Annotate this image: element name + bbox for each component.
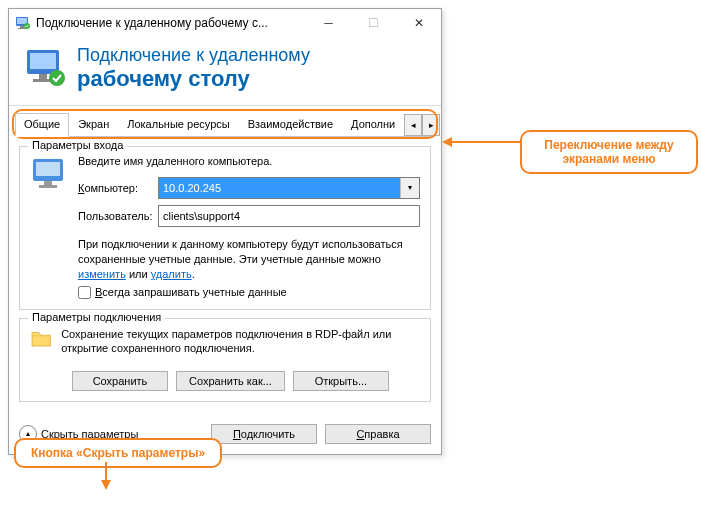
svg-marker-17	[101, 480, 111, 490]
callout-tabs: Переключение между экранами меню	[520, 130, 698, 174]
svg-rect-12	[44, 181, 52, 185]
app-icon	[15, 15, 31, 31]
rdp-icon	[23, 46, 67, 90]
user-input[interactable]	[158, 205, 420, 227]
titlebar: Подключение к удаленному рабочему с... ─…	[9, 9, 441, 37]
svg-rect-6	[30, 53, 56, 69]
titlebar-text: Подключение к удаленному рабочему с...	[36, 16, 306, 30]
connect-button[interactable]: Подключить	[211, 424, 317, 444]
help-button[interactable]: Справка	[325, 424, 431, 444]
header-line2: рабочему столу	[77, 66, 310, 91]
save-as-button[interactable]: Сохранить как...	[176, 371, 285, 391]
logon-group: Параметры входа Введите имя удаленного к…	[19, 146, 431, 310]
rdp-window: Подключение к удаленному рабочему с... ─…	[8, 8, 442, 455]
tab-content: Параметры входа Введите имя удаленного к…	[9, 137, 441, 418]
always-ask-label: Всегда запрашивать учетные данные	[95, 286, 287, 298]
always-ask-checkbox-row[interactable]: Всегда запрашивать учетные данные	[78, 286, 420, 299]
tab-advanced[interactable]: Дополни	[342, 113, 404, 137]
open-button[interactable]: Открыть...	[293, 371, 389, 391]
tab-experience[interactable]: Взаимодействие	[239, 113, 342, 137]
tabs-row: Общие Экран Локальные ресурсы Взаимодейс…	[15, 112, 435, 137]
callout-hide: Кнопка «Скрыть параметры»	[14, 438, 222, 468]
tab-display[interactable]: Экран	[69, 113, 118, 137]
tabs-scroll-right[interactable]: ▸	[422, 114, 440, 136]
edit-creds-link[interactable]: изменить	[78, 268, 126, 280]
connection-text: Сохранение текущих параметров подключени…	[61, 327, 420, 357]
tab-general[interactable]: Общие	[15, 113, 69, 137]
svg-rect-1	[17, 18, 27, 24]
header-line1: Подключение к удаленному	[77, 45, 310, 66]
logon-group-title: Параметры входа	[28, 139, 127, 151]
computer-input[interactable]	[159, 178, 400, 198]
connection-group: Параметры подключения Сохранение текущих…	[19, 318, 431, 402]
saved-creds-text: При подключении к данному компьютеру буд…	[78, 237, 420, 282]
svg-point-9	[49, 70, 65, 86]
logon-intro: Введите имя удаленного компьютера.	[78, 155, 420, 167]
svg-rect-11	[36, 162, 60, 176]
header-banner: Подключение к удаленному рабочему столу	[9, 37, 441, 106]
svg-rect-13	[39, 185, 57, 188]
computer-dropdown-button[interactable]: ▾	[400, 178, 419, 198]
computer-combo[interactable]: ▾	[158, 177, 420, 199]
svg-rect-2	[20, 26, 24, 28]
svg-rect-7	[39, 74, 47, 79]
arrow-icon	[442, 132, 522, 152]
maximize-button[interactable]: ☐	[351, 9, 396, 37]
close-button[interactable]: ✕	[396, 9, 441, 37]
user-label: Пользователь:	[78, 210, 158, 222]
svg-marker-15	[442, 137, 452, 147]
monitor-icon	[30, 155, 70, 195]
always-ask-checkbox[interactable]	[78, 286, 91, 299]
folder-icon	[30, 327, 53, 361]
svg-rect-3	[18, 28, 26, 29]
delete-creds-link[interactable]: удалить	[151, 268, 192, 280]
computer-label: Компьютер:	[78, 182, 158, 194]
save-button[interactable]: Сохранить	[72, 371, 168, 391]
connection-group-title: Параметры подключения	[28, 311, 165, 323]
minimize-button[interactable]: ─	[306, 9, 351, 37]
tab-local-resources[interactable]: Локальные ресурсы	[118, 113, 238, 137]
tabs-scroll-left[interactable]: ◂	[404, 114, 422, 136]
